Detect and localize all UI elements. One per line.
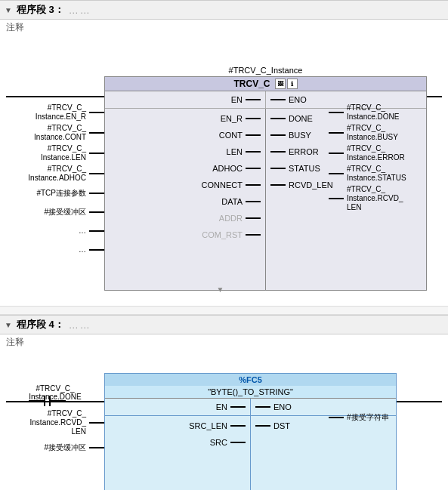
src-len-line	[230, 425, 246, 427]
var-rcvd-len: #TRCV_C_Instance.RCVD_LEN	[329, 185, 442, 212]
var-cont-text: #TRCV_C_Instance.CONT	[34, 124, 89, 142]
var-connect-text: #TCP连接参数	[36, 189, 89, 198]
pin-com-rst: COM_RST	[105, 227, 265, 243]
fb-title-bar: TRCV_C 🖼 ℹ	[105, 77, 426, 91]
var-data: #接受缓冲区	[6, 204, 104, 220]
section3-header: ▼ 程序段 3： ……	[0, 0, 448, 20]
pin-len: LEN	[105, 143, 265, 160]
s4-var-src-text: #接受缓冲区	[44, 443, 89, 452]
error-line	[270, 151, 286, 153]
com-rst-line	[246, 234, 261, 236]
fc5-en-line	[230, 406, 246, 408]
section3-title: 程序段 3：	[17, 3, 64, 17]
var-addr-text: …	[79, 227, 89, 236]
fb-icon-info[interactable]: ℹ	[287, 79, 298, 89]
var-addr-line	[89, 230, 104, 232]
fb-icon-camera[interactable]: 🖼	[275, 79, 286, 89]
var-status-text: #TRCV_C_Instance.STATUS	[344, 165, 406, 183]
pin-en-r: EN_R	[105, 110, 265, 127]
pin-cont: CONT	[105, 127, 265, 143]
var-rcvd-len-text: #TRCV_C_Instance.RCVD_LEN	[344, 185, 403, 212]
var-busy-text: #TRCV_C_Instance.BUSY	[344, 124, 398, 142]
contact-line-left	[29, 400, 44, 402]
fb-title-icons: 🖼 ℹ	[275, 79, 298, 89]
addr-line	[246, 217, 261, 219]
var-adhoc-line	[89, 173, 104, 174]
section3-diagram: #TRCV_C_Instance TRCV_C 🖼 ℹ EN	[6, 43, 442, 300]
pin-src-len: SRC_LEN	[105, 418, 250, 434]
status-line	[270, 168, 286, 169]
var-adhoc-text: #TRCV_C_Instance.ADHOC	[28, 165, 89, 183]
pin-addr: ADDR	[105, 210, 265, 227]
var-data-text: #接受缓冲区	[44, 208, 89, 217]
adhoc-line	[246, 168, 261, 169]
var-error: #TRCV_C_Instance.ERROR	[329, 144, 442, 162]
section-spacer	[0, 306, 448, 315]
var-done-line	[329, 112, 344, 113]
len-line	[246, 151, 261, 153]
pin-connect: CONNECT	[105, 177, 265, 193]
fc5-eno-line	[255, 406, 270, 408]
eno-line	[270, 99, 286, 100]
var-busy-line	[329, 132, 344, 134]
var-busy: #TRCV_C_Instance.BUSY	[329, 124, 442, 142]
fc5-en-pin: EN	[105, 399, 251, 415]
var-len-line	[89, 153, 104, 154]
var-status: #TRCV_C_Instance.STATUS	[329, 165, 442, 183]
s4-var-src-len: #TRCV_C_Instance.RCVD_LEN	[6, 409, 104, 436]
var-done-text: #TRCV_C_Instance.DONE	[344, 103, 399, 122]
fc5-subtitle: "BYTE()_TO_STRING"	[105, 386, 396, 399]
contact-line-right	[51, 400, 66, 402]
s4-var-src-line	[89, 447, 104, 448]
eno-label: ENO	[289, 95, 307, 104]
s4-left-var-labels: #TRCV_C_Instance.RCVD_LEN #接受缓冲区	[6, 409, 104, 458]
src-line	[230, 442, 246, 443]
var-adhoc: #TRCV_C_Instance.ADHOC	[6, 165, 104, 183]
contact-bars	[44, 396, 51, 406]
s4-right-var-labels: #接受字符串	[329, 409, 442, 428]
fc5-eno-label: ENO	[273, 402, 292, 411]
fc5-box: %FC5 "BYTE()_TO_STRING" EN ENO	[104, 373, 397, 490]
connect-line	[246, 184, 261, 186]
s4-var-dst-line	[329, 417, 344, 418]
contact-symbol	[29, 396, 66, 406]
section4-title: 程序段 4：	[17, 318, 64, 331]
section4-header: ▼ 程序段 4： ……	[0, 315, 448, 334]
fb-left-pins: EN_R CONT LEN ADHOC CONNECT	[105, 109, 266, 290]
var-en-r-text: #TRCV_C_Instance.EN_R	[36, 103, 89, 122]
section4-diagram: #TRCV_C_Instance.DONE %FC5 "BYTE()_TO_ST…	[6, 358, 442, 490]
var-cont: #TRCV_C_Instance.CONT	[6, 124, 104, 142]
section3-dots: ……	[69, 5, 91, 16]
var-len: #TRCV_C_Instance.LEN	[6, 144, 104, 162]
en-r-line	[246, 118, 261, 119]
s4-var-src-len-text: #TRCV_C_Instance.RCVD_LEN	[30, 409, 89, 436]
var-rcvd-len-line	[329, 198, 344, 199]
var-cont-line	[89, 132, 104, 134]
data-line	[246, 201, 261, 202]
right-var-labels: #TRCV_C_Instance.DONE #TRCV_C_Instance.B…	[329, 103, 442, 214]
busy-line	[270, 134, 286, 136]
fc5-left-pins: SRC_LEN SRC	[105, 416, 251, 490]
section4-dots: ……	[69, 319, 91, 331]
contact-bar-left	[44, 396, 45, 406]
var-connect: #TCP连接参数	[6, 185, 104, 202]
var-data-line	[89, 211, 104, 213]
en-pin: EN	[105, 91, 266, 108]
scroll-indicator: ▼	[217, 285, 224, 294]
s4-var-dst: #接受字符串	[329, 409, 442, 426]
var-com-rst-text: …	[79, 245, 89, 254]
en-line	[246, 99, 261, 100]
done-line	[270, 118, 286, 119]
left-var-labels: #TRCV_C_Instance.EN_R #TRCV_C_Instance.C…	[6, 103, 104, 260]
var-connect-line	[89, 193, 104, 194]
section3-collapse-arrow[interactable]: ▼	[5, 6, 12, 14]
var-error-text: #TRCV_C_Instance.ERROR	[344, 144, 405, 162]
var-com-rst: …	[6, 242, 104, 258]
fc5-en-label: EN	[216, 402, 227, 411]
section4-collapse-arrow[interactable]: ▼	[5, 321, 12, 329]
section3-ladder: #TRCV_C_Instance TRCV_C 🖼 ℹ EN	[0, 37, 448, 306]
var-len-text: #TRCV_C_Instance.LEN	[41, 144, 89, 162]
section3-comment: 注释	[0, 20, 448, 37]
s4-var-dst-text: #接受字符串	[344, 413, 389, 422]
s4-var-src-len-line	[89, 422, 104, 424]
